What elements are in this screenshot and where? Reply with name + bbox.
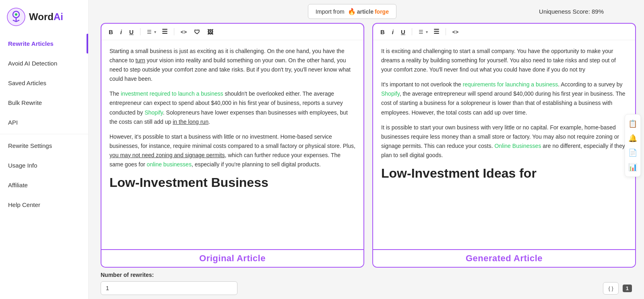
sidebar-item-rewrite-articles-label: Rewrite Articles bbox=[8, 40, 54, 47]
sidebar-item-api-label: API bbox=[8, 119, 18, 126]
gen-italic-button[interactable]: i bbox=[390, 28, 395, 36]
investment-link[interactable]: investment required to launch a business bbox=[121, 90, 223, 97]
sidebar-item-saved-articles-label: Saved Articles bbox=[8, 80, 46, 86]
generated-para-3: It is possible to start your own busines… bbox=[381, 123, 627, 160]
side-icons-panel: 📋 🔔 📄 📊 bbox=[625, 114, 641, 177]
toolbar-sep-1 bbox=[140, 28, 140, 35]
list-dropdown-arrow: ▾ bbox=[154, 30, 156, 34]
shield-button[interactable]: 🛡 bbox=[192, 28, 202, 36]
toolbar-sep-2 bbox=[174, 28, 174, 35]
gen-list-dropdown-arrow: ▾ bbox=[426, 30, 428, 34]
original-para-2: The investment required to launch a busi… bbox=[109, 89, 355, 126]
shopify-link-1[interactable]: Shopify bbox=[144, 109, 163, 116]
list-icon: ☰ bbox=[145, 28, 153, 36]
online-businesses-link-2[interactable]: Online Businesses bbox=[494, 143, 541, 149]
original-toolbar: B i U ☰ ▾ ☰ <> 🛡 🖼 bbox=[101, 24, 363, 40]
code-button[interactable]: <> bbox=[179, 29, 188, 35]
image-button[interactable]: 🖼 bbox=[206, 28, 215, 36]
original-para-3: However, it's possible to start a busine… bbox=[109, 132, 355, 169]
chart-icon[interactable]: 📊 bbox=[628, 163, 637, 172]
requirements-link[interactable]: requirements for launching a business bbox=[463, 81, 558, 88]
sidebar: WordAi Rewrite Articles Avoid AI Detecti… bbox=[0, 0, 89, 299]
main-content: Import from 🔥 articleforge Uniqueness Sc… bbox=[89, 0, 644, 299]
generated-para-1: It is exciting and challenging to start … bbox=[381, 47, 627, 74]
sidebar-item-help-center[interactable]: Help Center bbox=[0, 195, 88, 215]
original-article-wrapper: B i U ☰ ▾ ☰ <> 🛡 🖼 Starting a sma bbox=[101, 23, 364, 268]
rewrites-label: Number of rewrites: bbox=[101, 272, 632, 278]
gen-list-dropdown[interactable]: ☰ ▾ bbox=[417, 28, 428, 36]
count-badge: 1 bbox=[623, 285, 632, 292]
gen-code-button[interactable]: <> bbox=[451, 29, 460, 35]
rewrites-select[interactable]: 1 2 3 bbox=[101, 281, 237, 295]
gen-toolbar-sep-2 bbox=[446, 28, 446, 35]
top-bar: Import from 🔥 articleforge Uniqueness Sc… bbox=[89, 0, 644, 23]
generated-toolbar: B i U ☰ ▾ ☰ <> bbox=[373, 24, 635, 40]
sidebar-item-usage-info-label: Usage Info bbox=[8, 162, 37, 169]
generated-article-wrapper: B i U ☰ ▾ ☰ <> It is exciting and challe… bbox=[372, 23, 636, 268]
logo-area: WordAi bbox=[0, 0, 88, 34]
sidebar-item-bulk-rewrite-label: Bulk Rewrite bbox=[8, 99, 42, 106]
import-label: Import from bbox=[316, 8, 345, 15]
sidebar-item-rewrite-settings-label: Rewrite Settings bbox=[8, 142, 52, 149]
original-article-box: B i U ☰ ▾ ☰ <> 🛡 🖼 Starting a sma bbox=[101, 23, 364, 268]
editors-area: B i U ☰ ▾ ☰ <> 🛡 🖼 Starting a sma bbox=[89, 23, 644, 268]
italic-button[interactable]: i bbox=[119, 28, 124, 36]
af-forge-text: forge bbox=[375, 8, 389, 15]
articleforge-logo: 🔥 articleforge bbox=[348, 8, 389, 15]
shopify-link-2[interactable]: Shopify bbox=[381, 90, 400, 97]
underline-button[interactable]: U bbox=[128, 28, 135, 36]
sidebar-item-bulk-rewrite[interactable]: Bulk Rewrite bbox=[0, 93, 88, 113]
gen-bold-button[interactable]: B bbox=[379, 28, 386, 36]
list-dropdown[interactable]: ☰ ▾ bbox=[145, 28, 156, 36]
svg-point-0 bbox=[7, 8, 25, 26]
af-fire-icon: 🔥 bbox=[348, 8, 356, 15]
sidebar-item-usage-info[interactable]: Usage Info bbox=[0, 156, 88, 175]
generated-big-heading: Low-Investment Ideas for bbox=[381, 166, 627, 181]
gen-list-icon: ☰ bbox=[417, 28, 425, 36]
import-button[interactable]: Import from 🔥 articleforge bbox=[308, 4, 396, 19]
nav-divider bbox=[0, 134, 88, 134]
wordai-logo-icon bbox=[6, 7, 26, 27]
original-article-label: Original Article bbox=[101, 249, 363, 267]
generated-article-content[interactable]: It is exciting and challenging to start … bbox=[373, 40, 635, 249]
document-icon[interactable]: 📄 bbox=[628, 148, 637, 157]
rewrites-row: 1 2 3 { } 1 bbox=[101, 281, 632, 295]
online-businesses-link-1[interactable]: online businesses bbox=[147, 161, 192, 168]
bottom-bar: Number of rewrites: 1 2 3 { } 1 bbox=[89, 268, 644, 299]
sidebar-item-rewrite-settings[interactable]: Rewrite Settings bbox=[0, 136, 88, 156]
generated-para-2: It's important to not overlook the requi… bbox=[381, 80, 627, 117]
clipboard-icon[interactable]: 📋 bbox=[628, 119, 637, 128]
svg-point-2 bbox=[15, 13, 17, 16]
original-big-heading: Low-Investment Business bbox=[109, 175, 355, 190]
json-button[interactable]: { } bbox=[603, 282, 618, 295]
gen-underline-button[interactable]: U bbox=[399, 28, 407, 36]
gen-ordered-list-button[interactable]: ☰ bbox=[432, 28, 441, 36]
sidebar-item-help-center-label: Help Center bbox=[8, 201, 40, 208]
sidebar-item-api[interactable]: API bbox=[0, 113, 88, 132]
sidebar-item-avoid-ai-detection[interactable]: Avoid AI Detection bbox=[0, 53, 88, 73]
bell-icon[interactable]: 🔔 bbox=[628, 134, 637, 143]
gen-toolbar-sep-1 bbox=[412, 28, 412, 35]
sidebar-item-affiliate[interactable]: Affiliate bbox=[0, 175, 88, 195]
bold-button[interactable]: B bbox=[107, 28, 115, 36]
sidebar-item-affiliate-label: Affiliate bbox=[8, 182, 28, 188]
ordered-list-button[interactable]: ☰ bbox=[160, 28, 169, 36]
af-article-text: article bbox=[357, 8, 374, 15]
generated-article-label: Generated Article bbox=[373, 249, 635, 267]
app-name: WordAi bbox=[29, 11, 63, 23]
original-article-content[interactable]: Starting a small business is just as exc… bbox=[101, 40, 363, 249]
original-para-1: Starting a small business is just as exc… bbox=[109, 47, 355, 84]
json-icon: { } bbox=[608, 285, 613, 291]
sidebar-item-avoid-ai-detection-label: Avoid AI Detection bbox=[8, 60, 57, 67]
uniqueness-score: Uniqueness Score: 89% bbox=[539, 8, 604, 15]
generated-article-box: B i U ☰ ▾ ☰ <> It is exciting and challe… bbox=[372, 23, 636, 268]
sidebar-item-saved-articles[interactable]: Saved Articles bbox=[0, 73, 88, 93]
sidebar-item-rewrite-articles[interactable]: Rewrite Articles bbox=[0, 34, 88, 53]
